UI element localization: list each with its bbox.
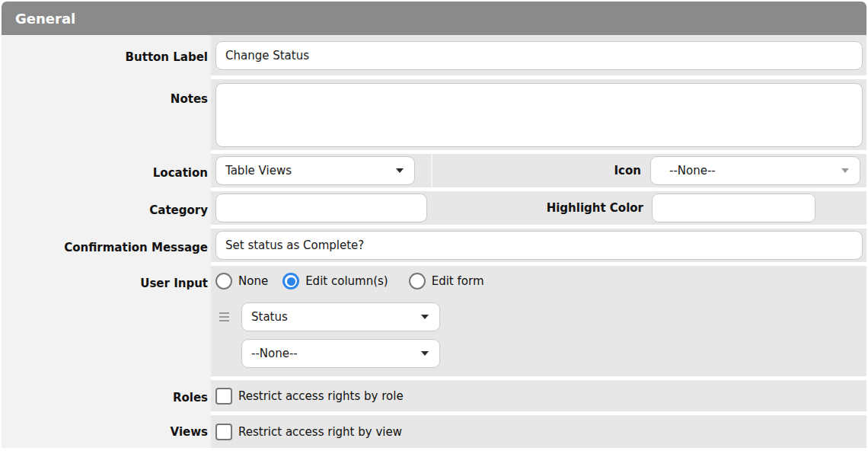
radio-edit-form-label: Edit form [432,272,484,290]
button-config-page: General Button Label Notes Location T [0,0,868,451]
roles-label: Roles [173,389,208,407]
radio-icon [215,273,232,289]
radio-edit-columns[interactable]: Edit column(s) [282,272,388,290]
cell-divider [431,154,432,187]
column-select-2-value: --None-- [251,347,421,360]
edit-column-row-1: Status [211,302,866,331]
column-select-2[interactable]: --None-- [241,339,440,368]
highlight-color-widget [652,194,815,222]
radio-edit-columns-label: Edit column(s) [305,272,388,290]
radio-none-label: None [238,272,268,290]
button-label-row: Button Label [2,35,866,79]
notes-textarea[interactable] [215,83,863,147]
user-input-row: User Input None Edit column(s) [2,266,866,380]
category-highlight-row: Category Highlight Color [2,191,866,229]
general-panel: General Button Label Notes Location T [2,2,866,448]
column-select-1[interactable]: Status [241,302,440,331]
chevron-down-icon [396,168,404,173]
column-select-1-value: Status [251,310,421,324]
radio-edit-form[interactable]: Edit form [409,272,484,290]
icon-label: Icon [614,162,641,180]
chevron-down-icon [841,168,849,173]
drag-handle-icon[interactable] [219,312,229,321]
radio-icon [409,273,426,289]
location-select-value: Table Views [225,164,396,178]
button-label-input[interactable] [215,41,863,70]
chevron-down-icon [421,351,429,356]
radio-checked-icon [282,273,299,289]
confirmation-message-label: Confirmation Message [64,238,208,257]
section-title: General [15,11,75,27]
confirmation-message-row: Confirmation Message [2,229,866,266]
views-row: Views Restrict access right by view [2,415,866,448]
edit-column-row-2: --None-- [211,339,866,368]
views-checkbox[interactable] [215,424,232,440]
user-input-radio-group: None Edit column(s) Edit form [211,272,866,290]
button-label-label: Button Label [126,48,208,66]
user-input-label: User Input [140,274,208,293]
category-label: Category [149,201,208,219]
icon-select-value: --None-- [669,164,841,178]
section-header: General [2,2,866,35]
highlight-color-label: Highlight Color [547,199,643,217]
highlight-color-input[interactable] [653,194,815,222]
roles-checkbox[interactable] [215,388,232,405]
icon-select[interactable]: --None-- [650,156,860,185]
roles-checkbox-label: Restrict access rights by role [238,389,404,403]
chevron-down-icon [421,315,429,319]
category-input[interactable] [215,194,427,222]
views-label: Views [171,423,208,441]
views-checkbox-label: Restrict access right by view [238,425,402,439]
notes-label: Notes [171,90,208,108]
roles-row: Roles Restrict access rights by role [2,380,866,415]
notes-row: Notes [2,79,866,154]
radio-none[interactable]: None [215,272,268,290]
location-label: Location [153,164,208,182]
confirmation-message-input[interactable] [215,231,863,260]
location-icon-row: Location Table Views Icon --None-- [2,154,866,191]
location-select[interactable]: Table Views [215,156,415,185]
